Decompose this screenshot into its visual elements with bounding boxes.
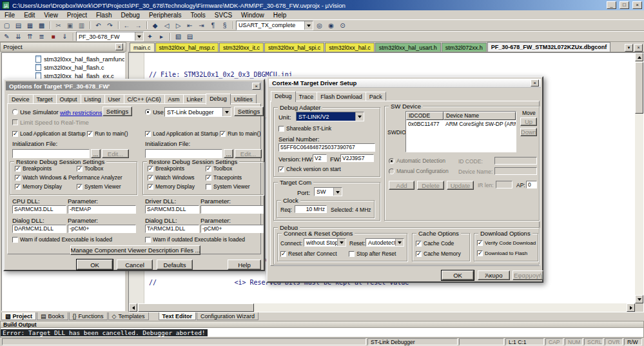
tab-configuration-wizard[interactable]: Configuration Wizard xyxy=(197,312,259,320)
sw-device-table[interactable]: IDCODE Device Name 0x0BC11477 ARM CoreSi… xyxy=(405,111,516,152)
ok-button[interactable]: OK xyxy=(77,260,113,270)
tab-text-editor[interactable]: Text Editor xyxy=(159,312,196,320)
connect-select-combo[interactable]: without Stop xyxy=(304,238,346,247)
cancel-button[interactable]: Άκυρο xyxy=(478,270,510,280)
menu-view[interactable]: View xyxy=(39,11,63,19)
redo-icon[interactable]: ↷ xyxy=(104,21,115,30)
project-panel-caption[interactable]: Project × xyxy=(0,42,126,52)
build-icon[interactable]: ⇊ xyxy=(13,32,24,41)
menu-file[interactable]: File xyxy=(0,11,19,19)
tab-output[interactable]: Output xyxy=(56,94,81,104)
load-application-checkbox[interactable]: Load Application at Startup xyxy=(145,130,219,137)
save-icon[interactable]: ▦ xyxy=(24,21,35,30)
run-to-main-checkbox[interactable]: Run to main() xyxy=(220,130,261,137)
copy-icon[interactable]: ▣ xyxy=(64,21,75,30)
tab-target[interactable]: Target xyxy=(33,94,57,104)
tab-trace[interactable]: Trace xyxy=(295,92,318,101)
minimize-icon[interactable]: _ xyxy=(607,1,616,9)
reset-select-combo[interactable]: Autodetect xyxy=(366,238,404,247)
open-file-icon[interactable]: ▤ xyxy=(13,21,24,30)
port-select-combo[interactable]: SW xyxy=(314,187,342,196)
scroll-down-icon[interactable] xyxy=(635,295,643,303)
move-down-button[interactable]: Down xyxy=(520,128,537,136)
dialog-titlebar[interactable]: Cortex-M Target Driver Setup × xyxy=(269,79,541,88)
editor-tab[interactable]: stm32l072xx.h xyxy=(442,43,487,52)
delete-button[interactable]: Delete xyxy=(417,181,444,190)
initialization-file-input[interactable] xyxy=(145,149,222,158)
cache-code-checkbox[interactable]: Cache Code xyxy=(416,240,454,247)
undo-icon[interactable]: ↶ xyxy=(93,21,104,30)
download-to-flash-checkbox[interactable]: Download to Flash xyxy=(477,250,527,256)
batch-build-icon[interactable]: ≣ xyxy=(36,32,47,41)
chevron-down-icon[interactable] xyxy=(395,239,404,246)
tab-functions[interactable]: {} Functions xyxy=(69,312,108,320)
chevron-down-icon[interactable] xyxy=(135,32,143,41)
reset-after-connect-checkbox[interactable]: Reset after Connect xyxy=(280,250,337,257)
chevron-down-icon[interactable] xyxy=(355,112,364,121)
edit-button[interactable]: Edit... xyxy=(235,149,262,158)
tab-debug[interactable]: Debug xyxy=(271,91,296,102)
unindent-icon[interactable]: ⇤ xyxy=(184,21,195,30)
navigate-forward-icon[interactable]: → xyxy=(133,21,144,30)
menu-svcs[interactable]: SVCS xyxy=(210,11,237,19)
tab-flash-download[interactable]: Flash Download xyxy=(317,92,366,101)
dialog-dll-input[interactable]: TARMCM1.DLL xyxy=(145,225,199,233)
limit-speed-checkbox[interactable]: Limit Speed to Real-Time xyxy=(12,119,89,126)
system-viewer-checkbox[interactable]: System Viewer xyxy=(206,183,250,190)
browse-button[interactable]: ... xyxy=(224,149,233,158)
breakpoints-checkbox[interactable]: Breakpoints xyxy=(148,165,184,172)
menu-edit[interactable]: Edit xyxy=(19,11,39,19)
edit-button[interactable]: Edit... xyxy=(102,149,129,158)
move-up-button[interactable]: Up xyxy=(520,117,537,126)
indent-icon[interactable]: ⇥ xyxy=(196,21,207,30)
translate-icon[interactable]: ✎ xyxy=(1,32,12,41)
dialog-titlebar[interactable]: Options for Target 'PF_30-678_FW' × xyxy=(6,81,262,90)
verify-code-download-checkbox[interactable]: Verify Code Download xyxy=(477,240,536,246)
comment-icon[interactable]: ¶ xyxy=(208,21,219,30)
driver-dll-input[interactable]: SARMCM3.DLL xyxy=(145,205,199,214)
dialog-parameter-input[interactable]: -pCM0+ xyxy=(200,225,264,233)
navigate-back-icon[interactable]: ← xyxy=(121,21,132,30)
menu-debug[interactable]: Debug xyxy=(116,11,144,19)
run-to-main-checkbox[interactable]: Run to main() xyxy=(87,130,128,137)
simulator-settings-button[interactable]: Settings xyxy=(102,107,132,116)
tab-listing[interactable]: Listing xyxy=(81,94,105,104)
scrollbar-thumb[interactable] xyxy=(635,62,643,114)
tab-user[interactable]: User xyxy=(104,94,124,104)
project-window-icon[interactable]: ▧ xyxy=(173,32,184,41)
find-in-files-icon[interactable]: ◎ xyxy=(314,21,325,30)
load-application-checkbox[interactable]: Load Application at Startup xyxy=(12,130,86,137)
menu-help[interactable]: Help xyxy=(269,11,291,19)
tab-templates[interactable]: ◇ Templates xyxy=(108,312,149,320)
warn-outdated-checkbox[interactable]: Warn if outdated Executable is loaded xyxy=(145,236,245,243)
use-simulator-radio[interactable]: Use Simulator xyxy=(12,108,59,116)
rebuild-icon[interactable]: ⇈ xyxy=(24,32,35,41)
automatic-detection-radio[interactable]: Automatic Detection xyxy=(389,158,445,164)
menu-tools[interactable]: Tools xyxy=(186,11,210,19)
build-output-log[interactable]: Error: Target DLL has been cancelled. De… xyxy=(0,328,644,338)
next-bookmark-icon[interactable]: ▷ xyxy=(173,21,184,30)
new-file-icon[interactable]: ▢ xyxy=(1,21,12,30)
close-icon[interactable]: × xyxy=(115,43,123,50)
tab-books[interactable]: ▤ Books xyxy=(37,312,68,320)
tab-device[interactable]: Device xyxy=(8,94,34,104)
system-viewer-checkbox[interactable]: System Viewer xyxy=(77,183,121,190)
tab-utilities[interactable]: Utilities xyxy=(230,94,257,104)
build-output-caption[interactable]: Build Output xyxy=(0,321,644,328)
defaults-button[interactable]: Defaults xyxy=(157,260,193,270)
incremental-find-icon[interactable]: ⊙ xyxy=(337,21,348,30)
tab-c-cpp[interactable]: C/C++ (AC6) xyxy=(124,94,165,104)
tab-linker[interactable]: Linker xyxy=(183,94,207,104)
horizontal-scrollbar[interactable] xyxy=(129,303,635,312)
check-version-checkbox[interactable]: Check version on start xyxy=(278,166,341,172)
editor-tab[interactable]: stm32l0xx_hal_msp.c xyxy=(155,43,219,52)
chevron-down-icon[interactable] xyxy=(337,239,346,246)
apply-button[interactable]: Εφαρμογή xyxy=(512,270,543,280)
breakpoints-checkbox[interactable]: Breakpoints xyxy=(15,165,52,172)
initialization-file-input[interactable] xyxy=(12,149,90,158)
watch-windows-checkbox[interactable]: Watch Windows xyxy=(148,174,195,181)
editor-tab[interactable]: stm32l0xx_hal_spi.c xyxy=(264,43,324,52)
uncomment-icon[interactable]: § xyxy=(219,21,230,30)
debugger-settings-button[interactable]: Settings xyxy=(234,107,264,116)
bookmark-icon[interactable]: ◆ xyxy=(150,21,161,30)
